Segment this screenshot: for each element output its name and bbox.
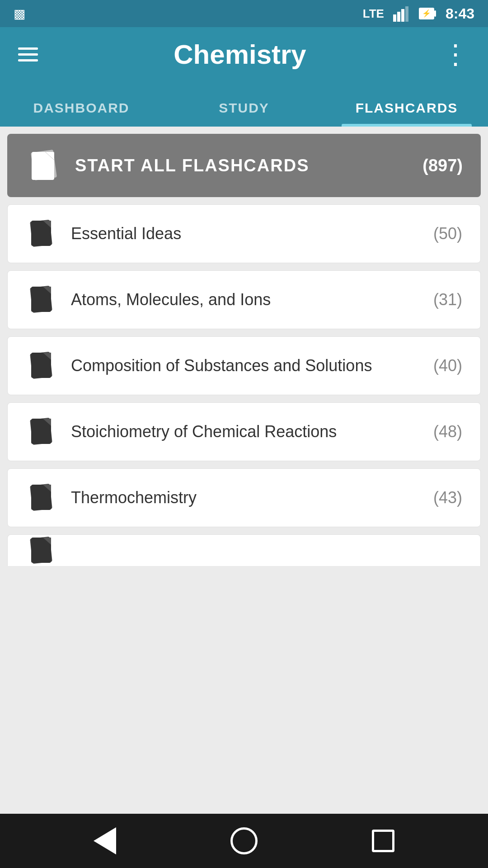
- tab-dashboard[interactable]: DASHBOARD: [0, 100, 163, 127]
- flashcard-set-thermochemistry[interactable]: Thermochemistry (43): [7, 468, 481, 527]
- svg-rect-5: [434, 10, 436, 17]
- navigation-bar: [0, 814, 488, 868]
- flashcard-icon-3: [26, 349, 57, 382]
- more-options-button[interactable]: ⋮: [442, 38, 470, 70]
- flashcard-icon-2: [26, 283, 57, 316]
- status-bar-left: ▩: [14, 6, 25, 21]
- recents-button[interactable]: [372, 830, 394, 852]
- svg-text:⚡: ⚡: [422, 9, 431, 18]
- tab-study[interactable]: STUDY: [163, 100, 325, 127]
- flashcard-stack-icon-white: [25, 146, 61, 184]
- flashcard-icon-1: [26, 217, 57, 250]
- set-label-3: Composition of Substances and Solutions: [71, 355, 424, 377]
- page-title: Chemistry: [38, 39, 442, 70]
- svg-rect-2: [401, 9, 404, 22]
- status-bar: ▩ LTE ⚡ 8:43: [0, 0, 488, 27]
- set-label-5: Thermochemistry: [71, 487, 424, 509]
- set-label-2: Atoms, Molecules, and Ions: [71, 289, 424, 311]
- tab-bar: DASHBOARD STUDY FLASHCARDS: [0, 81, 488, 127]
- flashcard-set-composition[interactable]: Composition of Substances and Solutions …: [7, 336, 481, 395]
- start-all-flashcards-button[interactable]: START ALL FLASHCARDS (897): [7, 134, 481, 197]
- start-all-label: START ALL FLASHCARDS: [75, 156, 422, 175]
- back-button[interactable]: [94, 827, 116, 854]
- flashcard-set-essential-ideas[interactable]: Essential Ideas (50): [7, 204, 481, 263]
- clock: 8:43: [446, 5, 474, 22]
- flashcards-content: START ALL FLASHCARDS (897) Essential Ide…: [0, 127, 488, 814]
- signal-icon: [393, 5, 409, 22]
- flashcard-icon-5: [26, 481, 57, 514]
- menu-button[interactable]: [18, 47, 38, 61]
- set-label-4: Stoichiometry of Chemical Reactions: [71, 421, 424, 443]
- tab-flashcards[interactable]: FLASHCARDS: [325, 100, 488, 127]
- set-count-1: (50): [433, 224, 462, 243]
- svg-rect-0: [393, 14, 396, 22]
- flashcard-icon-4: [26, 415, 57, 448]
- flashcard-set-atoms[interactable]: Atoms, Molecules, and Ions (31): [7, 270, 481, 329]
- start-all-count: (897): [422, 156, 463, 175]
- lte-icon: LTE: [363, 7, 384, 21]
- app-bar: Chemistry ⋮: [0, 27, 488, 81]
- set-count-2: (31): [433, 290, 462, 309]
- svg-rect-3: [405, 6, 408, 22]
- home-button[interactable]: [230, 827, 258, 854]
- set-label-1: Essential Ideas: [71, 223, 424, 245]
- flashcard-set-partial[interactable]: [7, 534, 481, 566]
- flashcard-icon-6: [26, 534, 57, 567]
- svg-rect-1: [397, 12, 400, 22]
- battery-icon: ⚡: [418, 5, 436, 22]
- set-count-5: (43): [433, 488, 462, 507]
- sd-card-icon: ▩: [14, 7, 25, 21]
- set-count-3: (40): [433, 356, 462, 375]
- set-count-4: (48): [433, 422, 462, 441]
- flashcard-set-stoichiometry[interactable]: Stoichiometry of Chemical Reactions (48): [7, 402, 481, 461]
